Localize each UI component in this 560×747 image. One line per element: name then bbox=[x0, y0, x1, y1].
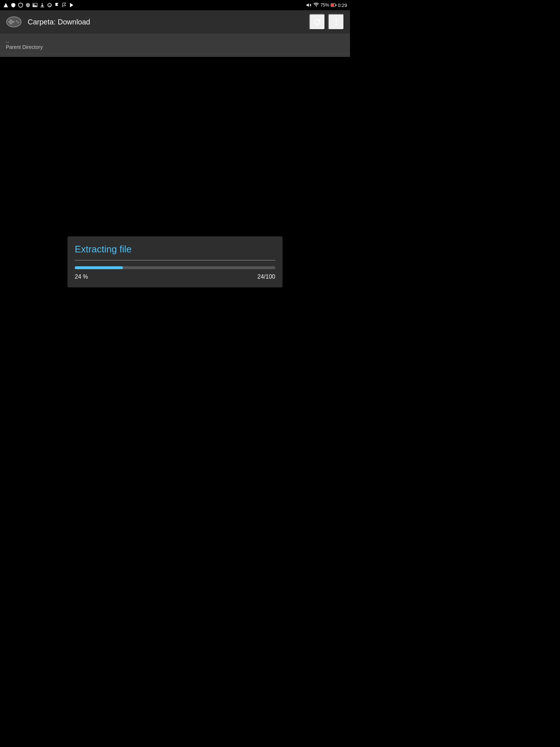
time-display: 0:29 bbox=[338, 3, 347, 8]
extract-dialog: Extracting file 24 % 24/100 bbox=[67, 236, 283, 287]
shield3-icon bbox=[25, 2, 31, 8]
battery-percent: 75% bbox=[320, 3, 329, 8]
wifi-icon bbox=[313, 2, 319, 8]
download-icon bbox=[39, 2, 45, 8]
status-bar-right: 75% 0:29 bbox=[306, 2, 347, 8]
parent-dots: .. bbox=[6, 37, 344, 44]
svg-marker-5 bbox=[70, 3, 73, 7]
status-bar-left: ⊙ bbox=[3, 2, 74, 8]
flag2-icon bbox=[61, 2, 67, 8]
svg-point-19 bbox=[335, 19, 337, 20]
circle-icon: ⊙ bbox=[47, 2, 52, 8]
app-title: Carpeta: Download bbox=[28, 18, 303, 26]
shield2-icon bbox=[18, 2, 23, 8]
toolbar-actions bbox=[309, 14, 344, 30]
refresh-button[interactable] bbox=[309, 14, 325, 30]
mute-icon bbox=[306, 2, 312, 8]
svg-rect-18 bbox=[13, 21, 15, 23]
progress-percent: 24 % bbox=[75, 274, 88, 280]
progress-count: 24/100 bbox=[257, 274, 275, 280]
triangle-icon bbox=[3, 2, 9, 8]
image-icon bbox=[32, 2, 38, 8]
app-bar: Carpeta: Download bbox=[0, 10, 350, 34]
status-bar: ⊙ 75% 0:29 bbox=[0, 0, 350, 10]
svg-point-20 bbox=[335, 21, 337, 23]
svg-point-16 bbox=[16, 20, 18, 22]
svg-point-14 bbox=[8, 21, 11, 23]
svg-point-21 bbox=[335, 24, 337, 25]
svg-text:⊙: ⊙ bbox=[48, 4, 51, 7]
parent-label: Parent Directory bbox=[6, 44, 344, 50]
svg-rect-9 bbox=[335, 4, 336, 6]
dialog-divider bbox=[75, 260, 275, 260]
svg-point-17 bbox=[18, 22, 19, 23]
app-icon bbox=[6, 14, 22, 30]
progress-bar-fill bbox=[75, 266, 123, 269]
progress-bar-container bbox=[75, 266, 275, 269]
parent-directory-item[interactable]: .. Parent Directory bbox=[0, 34, 350, 54]
dialog-title: Extracting file bbox=[75, 244, 275, 255]
more-options-button[interactable] bbox=[328, 14, 344, 30]
battery-icon bbox=[331, 2, 337, 8]
svg-marker-0 bbox=[4, 3, 8, 7]
flag-icon bbox=[54, 2, 60, 8]
progress-labels: 24 % 24/100 bbox=[75, 274, 275, 280]
main-content: Extracting file 24 % 24/100 bbox=[0, 57, 350, 467]
svg-rect-10 bbox=[331, 4, 334, 6]
shield-icon bbox=[10, 2, 16, 8]
play-icon bbox=[69, 2, 74, 8]
